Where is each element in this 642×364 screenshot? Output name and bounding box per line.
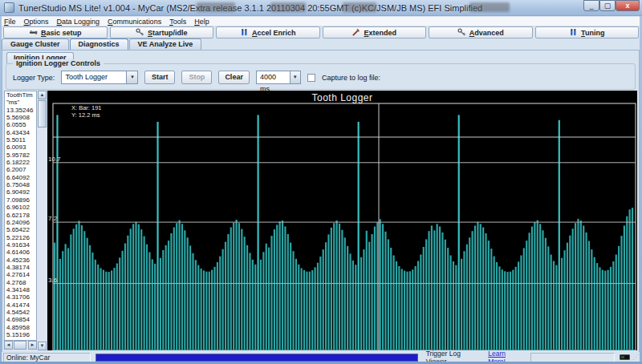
cursor-x-readout: X: Bar: 191 [71, 104, 102, 111]
tooth-time-value: 5.22126 [6, 234, 36, 241]
tooth-time-value: 4.2768 [6, 279, 36, 286]
menu-help[interactable]: Help [190, 18, 213, 26]
tooth-time-list: ToothTim "ms" 13.352465.569086.05556.434… [4, 91, 47, 350]
scroll-down-icon[interactable]: ▼ [38, 342, 47, 350]
tooth-logger-chart[interactable]: Tooth Logger X: Bar: 191 Y: 12.2 ms 10.7… [47, 91, 637, 350]
window-controls: _ ▢ x [583, 0, 640, 11]
stop-button[interactable]: Stop [181, 71, 212, 84]
logger-type-label: Logger Type: [13, 74, 55, 82]
chart-title: Tooth Logger [47, 92, 637, 103]
close-button[interactable]: x [616, 0, 640, 11]
main-tabs: Gauge Cluster Diagnostics VE Analyze Liv… [2, 38, 640, 50]
tooth-time-value: 6.96102 [6, 204, 36, 211]
advanced-button[interactable]: Advanced [429, 26, 533, 38]
interval-value: 4000 ms [257, 71, 290, 83]
key-icon [136, 28, 144, 37]
tooth-time-value: 4.38174 [6, 264, 36, 271]
progress-bar [95, 354, 417, 362]
resize-grip[interactable]: ⋰ [632, 354, 640, 361]
group-title: Ignition Logger Controls [13, 59, 104, 67]
titlebar[interactable]: TunerStudio MS Lite! v1.004 - MyCar (MS2… [0, 0, 642, 16]
status-spacer-panel [530, 353, 615, 362]
scrollbar-thumb[interactable] [14, 341, 26, 350]
tooth-time-value: 6.2007 [6, 166, 36, 173]
toolbar-button-label: Basic setup [41, 29, 82, 37]
tooth-time-value: 5.95782 [6, 152, 36, 159]
scroll-up-icon[interactable]: ▲ [38, 91, 47, 99]
toolbar: Basic setup Startup/idle Accel Enrich Ex… [0, 26, 642, 38]
y-axis-tick-label: 3.6 [48, 277, 58, 284]
accel-enrich-button[interactable]: Accel Enrich [216, 26, 320, 38]
interval-select[interactable]: 4000 ms ▼ [256, 71, 301, 84]
toolbar-button-label: Accel Enrich [252, 29, 296, 37]
tab-gauge-cluster[interactable]: Gauge Cluster [2, 38, 69, 50]
progress-fill [96, 354, 416, 361]
tooth-time-value: 4.91634 [6, 241, 36, 249]
tooth-time-value: 4.31706 [6, 293, 36, 301]
tooth-time-value: 6.90492 [6, 188, 36, 196]
tooth-time-value: 4.69854 [6, 316, 36, 323]
toolbar-button-label: Advanced [469, 29, 504, 37]
minimize-button[interactable]: _ [583, 0, 599, 11]
tooth-list-header: ToothTim [6, 91, 36, 99]
basic-setup-button[interactable]: Basic setup [3, 26, 108, 38]
tooth-logger-plot[interactable]: 10.77.23.6 [47, 91, 637, 350]
menu-data-logging[interactable]: Data Logging [53, 18, 104, 26]
tooth-time-value: 4.34148 [6, 286, 36, 293]
horizontal-scrollbar[interactable]: ◄ ► [4, 341, 38, 350]
tooth-time-value: 6.0555 [6, 121, 36, 128]
toolbar-button-label: Extended [364, 29, 396, 37]
y-axis-tick-label: 10.7 [48, 156, 61, 163]
toolbar-button-label: Tuning [581, 29, 604, 37]
scroll-right-icon[interactable]: ► [28, 341, 37, 350]
tooth-time-value: 5.15196 [6, 331, 36, 338]
scrollbar-track[interactable] [38, 91, 47, 350]
connection-status: Online: MyCar [3, 353, 91, 362]
tooth-time-value: 4.61406 [6, 249, 36, 256]
tooth-time-value: 6.62178 [6, 212, 36, 219]
app-icon [4, 2, 14, 13]
clear-button[interactable]: Clear [218, 71, 250, 84]
background-window-artifact [469, 2, 510, 12]
tooth-time-value: 4.54542 [6, 309, 36, 316]
window-border [0, 16, 2, 364]
background-window-artifact [270, 2, 306, 12]
toolbar-button-label: Startup/idle [148, 29, 188, 37]
diagnostics-panel: Ignition Logger Ignition Logger Controls… [2, 50, 640, 362]
menu-tools[interactable]: Tools [165, 18, 190, 26]
background-window-artifact [197, 2, 235, 12]
vertical-scrollbar[interactable]: ▲ ▼ [38, 91, 47, 350]
tab-ve-analyze-live[interactable]: VE Analyze Live [129, 38, 202, 50]
tooth-list-units: "ms" [6, 99, 36, 106]
chevron-down-icon: ▼ [290, 71, 300, 83]
tab-diagnostics[interactable]: Diagnostics [70, 38, 128, 50]
menu-file[interactable]: File [0, 18, 20, 26]
maximize-button[interactable]: ▢ [599, 0, 616, 11]
menu-communications[interactable]: Communications [104, 18, 165, 26]
cursor-y-readout: Y: 12.2 ms [71, 111, 100, 119]
tuning-button[interactable]: Tuning [535, 26, 640, 38]
tooth-time-value: 4.45236 [6, 257, 36, 264]
tooth-time-value: 6.75048 [6, 181, 36, 188]
tooth-time-value: 5.65422 [6, 226, 36, 233]
menubar: File Options Data Logging Communications… [0, 17, 642, 26]
tooth-time-value: 4.85958 [6, 324, 36, 331]
ignition-logger-controls-group: Ignition Logger Controls Logger Type: To… [6, 63, 636, 90]
tooth-time-rows: ToothTim "ms" 13.352465.569086.05556.434… [4, 91, 37, 341]
start-button[interactable]: Start [144, 71, 175, 84]
capture-to-log-label: Capture to log file: [322, 74, 380, 82]
capture-to-log-checkbox[interactable] [307, 74, 315, 82]
scroll-left-icon[interactable]: ◄ [4, 341, 13, 350]
extended-button[interactable]: Extended [323, 26, 427, 38]
logger-type-value: Tooth Logger [62, 71, 111, 83]
scrollbar-thumb[interactable] [38, 100, 47, 127]
logger-type-select[interactable]: Tooth Logger ▼ [61, 71, 138, 84]
menu-options[interactable]: Options [20, 18, 53, 26]
tooth-time-value: 6.18222 [6, 159, 36, 166]
tooth-time-value: 6.64092 [6, 174, 36, 181]
tooth-time-value: 5.56908 [6, 114, 36, 121]
startup-idle-button[interactable]: Startup/idle [110, 26, 214, 38]
tools-icon [29, 28, 38, 37]
tooth-time-value: 6.0093 [6, 144, 36, 151]
battery-indicator-icon [620, 354, 630, 360]
